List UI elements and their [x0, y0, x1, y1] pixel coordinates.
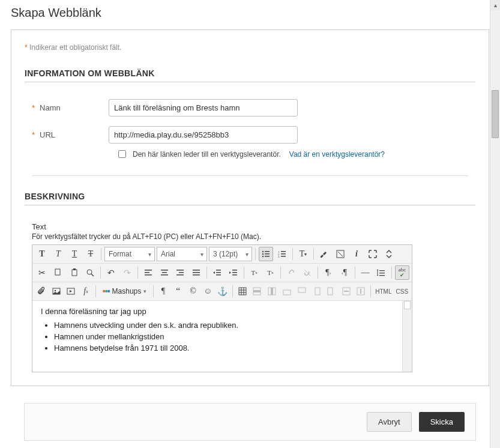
- asterisk-icon: *: [32, 130, 35, 139]
- table-insert-col-after-icon[interactable]: [325, 284, 338, 298]
- svg-rect-34: [232, 270, 237, 271]
- svg-rect-20: [145, 272, 149, 273]
- paste-icon[interactable]: [67, 265, 82, 280]
- superscript-icon[interactable]: Tx: [247, 265, 262, 280]
- info-icon[interactable]: i: [349, 247, 364, 261]
- bullet-list-icon[interactable]: [259, 247, 273, 261]
- main-panel: * Indikerar ett obligatoriskt fält. INFO…: [11, 29, 489, 386]
- svg-rect-14: [55, 269, 60, 275]
- editor-scrollbar[interactable]: [402, 301, 412, 372]
- collapse-icon[interactable]: [382, 247, 396, 261]
- unlink-icon[interactable]: [300, 265, 315, 280]
- separator: [244, 267, 244, 279]
- svg-line-13: [338, 252, 343, 256]
- html-button[interactable]: HTML: [374, 284, 393, 298]
- svg-rect-27: [176, 274, 184, 276]
- table-delete-col-icon[interactable]: [355, 284, 368, 298]
- submit-button[interactable]: Skicka: [419, 412, 465, 432]
- mashups-button[interactable]: ••• Mashups ▾: [99, 284, 150, 298]
- attachment-icon[interactable]: [35, 284, 48, 298]
- svg-rect-40: [379, 275, 385, 276]
- svg-rect-39: [379, 273, 385, 273]
- quote-icon[interactable]: “: [172, 284, 185, 298]
- scroll-up-icon[interactable]: ▴: [490, 0, 500, 10]
- paragraph-icon[interactable]: ¶: [157, 284, 170, 298]
- toolbar-row-2: ✂ ↶ ↷ Tx Tx: [32, 264, 412, 282]
- formula-icon[interactable]: fx: [79, 284, 92, 298]
- svg-rect-35: [232, 272, 237, 273]
- find-icon[interactable]: [83, 265, 97, 280]
- required-note: * Indikerar ett obligatoriskt fält.: [25, 43, 475, 52]
- url-input[interactable]: [109, 126, 298, 144]
- svg-rect-19: [145, 270, 152, 271]
- indent-icon[interactable]: [226, 265, 241, 280]
- font-select[interactable]: Arial: [157, 247, 207, 261]
- cancel-button[interactable]: Avbryt: [367, 412, 412, 432]
- align-right-icon[interactable]: [173, 265, 187, 280]
- emoji-icon[interactable]: ☺: [201, 284, 214, 298]
- svg-rect-44: [239, 288, 246, 295]
- line-spacing-icon[interactable]: [374, 265, 388, 280]
- format-select[interactable]: Format: [104, 247, 155, 261]
- clear-format-icon[interactable]: [333, 247, 348, 261]
- table-insert-row-before-icon[interactable]: [280, 284, 294, 298]
- table-insert-col-before-icon[interactable]: [310, 284, 323, 298]
- highlight-icon[interactable]: [317, 247, 331, 261]
- font-color-icon[interactable]: T▾: [296, 247, 310, 261]
- align-justify-icon[interactable]: [189, 265, 203, 280]
- table-icon[interactable]: [236, 284, 249, 298]
- media-icon[interactable]: [64, 284, 77, 298]
- svg-point-42: [54, 290, 56, 292]
- scrollbar-thumb[interactable]: [404, 301, 411, 309]
- image-icon[interactable]: [50, 284, 63, 298]
- undo-icon[interactable]: ↶: [104, 265, 118, 280]
- align-left-icon[interactable]: [141, 265, 155, 280]
- window-scrollbar[interactable]: ▴: [490, 0, 500, 448]
- separator: [206, 267, 207, 279]
- separator: [101, 248, 101, 260]
- css-button[interactable]: CSS: [395, 284, 410, 298]
- numbered-list-icon[interactable]: 123: [275, 247, 289, 261]
- italic-icon[interactable]: T: [51, 247, 65, 261]
- table-col-icon[interactable]: [265, 284, 279, 298]
- svg-rect-30: [193, 274, 200, 276]
- redo-icon[interactable]: ↷: [120, 265, 134, 280]
- size-select[interactable]: 3 (12pt): [209, 247, 252, 261]
- copy-icon[interactable]: [51, 265, 65, 280]
- spellcheck-icon[interactable]: abc✔: [395, 265, 409, 280]
- tool-provider-row: Den här länken leder till en verktygslev…: [116, 148, 475, 160]
- underline-icon[interactable]: T: [67, 247, 82, 261]
- fullscreen-icon[interactable]: [366, 247, 380, 261]
- subscript-icon[interactable]: Tx: [264, 265, 278, 280]
- table-delete-row-icon[interactable]: [340, 284, 353, 298]
- svg-rect-21: [145, 274, 152, 276]
- svg-rect-36: [232, 274, 237, 276]
- separator: [100, 267, 101, 279]
- mashups-label: Mashups: [112, 287, 142, 295]
- bold-icon[interactable]: T: [35, 247, 49, 261]
- outdent-icon[interactable]: [210, 265, 224, 280]
- hr-icon[interactable]: —: [358, 265, 373, 280]
- copyright-icon[interactable]: ©: [187, 284, 200, 298]
- asterisk-icon: *: [25, 43, 28, 52]
- tool-provider-checkbox[interactable]: [118, 150, 126, 158]
- svg-point-17: [87, 270, 92, 274]
- svg-point-4: [262, 256, 264, 257]
- scrollbar-thumb[interactable]: [492, 90, 499, 138]
- strikethrough-icon[interactable]: T: [83, 247, 98, 261]
- anchor-icon[interactable]: ⚓: [216, 284, 229, 298]
- list-item: Hamnens utveckling under den s.k. andra …: [54, 321, 403, 330]
- svg-rect-15: [72, 270, 77, 276]
- link-icon[interactable]: [284, 265, 298, 280]
- tool-provider-help-link[interactable]: Vad är en verktygsleverantör?: [289, 150, 385, 159]
- editor-content-area[interactable]: I denna föreläsning tar jag upp Hamnens …: [32, 301, 412, 372]
- svg-rect-1: [265, 251, 270, 252]
- svg-rect-23: [162, 272, 167, 273]
- align-center-icon[interactable]: [157, 265, 172, 280]
- cut-icon[interactable]: ✂: [35, 265, 49, 280]
- name-input[interactable]: [109, 99, 298, 117]
- rtl-icon[interactable]: ‹¶: [337, 265, 352, 280]
- ltr-icon[interactable]: ¶›: [321, 265, 336, 280]
- table-insert-row-after-icon[interactable]: [295, 284, 309, 298]
- table-row-icon[interactable]: [250, 284, 264, 298]
